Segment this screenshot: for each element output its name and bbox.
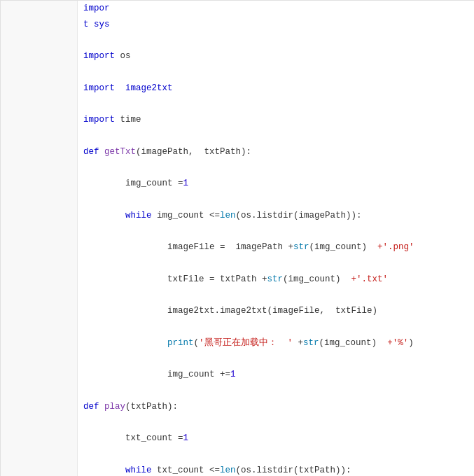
- line-gutter: [1, 224, 78, 240]
- code-line: def getTxt(imagePath, txtPath):: [1, 144, 474, 160]
- code-line: [1, 33, 474, 49]
- line-content: txtFile = txtPath +str(img_count) +'.txt…: [78, 272, 474, 288]
- line-gutter: [1, 80, 78, 97]
- code-line: import os: [1, 48, 474, 64]
- line-content: [78, 97, 474, 113]
- line-gutter: [1, 351, 78, 368]
- line-content: import image2txt: [78, 80, 474, 97]
- line-content: def getTxt(imagePath, txtPath):: [78, 144, 474, 160]
- line-content: [78, 255, 474, 272]
- line-gutter: [1, 430, 78, 447]
- line-gutter: [1, 319, 78, 335]
- line-gutter: [1, 97, 78, 113]
- code-line: [1, 64, 474, 80]
- code-line: imageFile = imagePath +str(img_count) +'…: [1, 239, 474, 255]
- line-gutter: [1, 367, 78, 383]
- line-gutter: [1, 399, 78, 415]
- code-line: while txt_count <=len(os.listdir(txtPath…: [1, 463, 474, 476]
- line-gutter: [1, 288, 78, 304]
- code-line: txt_count =1: [1, 430, 474, 447]
- code-line: [1, 160, 474, 176]
- line-content: t sys: [78, 17, 474, 33]
- line-content: [78, 447, 474, 463]
- line-content: imageFile = imagePath +str(img_count) +'…: [78, 239, 474, 255]
- line-gutter: [1, 144, 78, 160]
- line-content: while txt_count <=len(os.listdir(txtPath…: [78, 463, 474, 476]
- line-content: image2txt.image2txt(imageFile, txtFile): [78, 303, 474, 319]
- line-content: [78, 192, 474, 208]
- line-gutter: [1, 447, 78, 463]
- code-line: [1, 224, 474, 240]
- line-gutter: [1, 64, 78, 80]
- code-line: [1, 383, 474, 399]
- line-content: [78, 33, 474, 49]
- line-content: def play(txtPath):: [78, 399, 474, 415]
- code-line: [1, 192, 474, 208]
- code-line: t sys: [1, 17, 474, 33]
- line-content: print('黑哥正在加载中： ' +str(img_count) +'%'): [78, 335, 474, 351]
- code-line: txtFile = txtPath +str(img_count) +'.txt…: [1, 272, 474, 288]
- line-gutter: [1, 48, 78, 64]
- code-line: image2txt.image2txt(imageFile, txtFile): [1, 303, 474, 319]
- line-content: while img_count <=len(os.listdir(imagePa…: [78, 208, 474, 224]
- code-line: img_count +=1: [1, 367, 474, 383]
- line-gutter: [1, 303, 78, 319]
- line-gutter: [1, 128, 78, 144]
- code-line: [1, 128, 474, 144]
- code-line: [1, 255, 474, 272]
- code-line: [1, 351, 474, 368]
- code-line: img_count =1: [1, 176, 474, 192]
- code-editor: impor t sys import os import image2txt i…: [0, 0, 474, 476]
- code-line: [1, 319, 474, 335]
- line-content: [78, 224, 474, 240]
- code-line: [1, 288, 474, 304]
- code-line: [1, 447, 474, 463]
- code-line: impor: [1, 1, 474, 17]
- code-line: [1, 97, 474, 113]
- line-content: [78, 288, 474, 304]
- line-content: [78, 351, 474, 368]
- line-gutter: [1, 176, 78, 192]
- line-content: img_count =1: [78, 176, 474, 192]
- code-line: import time: [1, 112, 474, 128]
- code-line: import image2txt: [1, 80, 474, 97]
- line-content: [78, 319, 474, 335]
- line-content: [78, 64, 474, 80]
- code-line: [1, 415, 474, 431]
- line-content: [78, 128, 474, 144]
- line-gutter: [1, 415, 78, 431]
- line-gutter: [1, 463, 78, 476]
- line-gutter: [1, 17, 78, 33]
- line-gutter: [1, 383, 78, 399]
- line-gutter: [1, 33, 78, 49]
- line-content: [78, 383, 474, 399]
- line-content: [78, 415, 474, 431]
- line-gutter: [1, 335, 78, 351]
- line-gutter: [1, 1, 78, 17]
- line-content: img_count +=1: [78, 367, 474, 383]
- line-gutter: [1, 239, 78, 255]
- code-line: print('黑哥正在加载中： ' +str(img_count) +'%'): [1, 335, 474, 351]
- line-content: import time: [78, 112, 474, 128]
- line-content: txt_count =1: [78, 430, 474, 447]
- line-content: import os: [78, 48, 474, 64]
- code-line: while img_count <=len(os.listdir(imagePa…: [1, 208, 474, 224]
- line-gutter: [1, 192, 78, 208]
- line-gutter: [1, 160, 78, 176]
- line-content: [78, 160, 474, 176]
- code-line: def play(txtPath):: [1, 399, 474, 415]
- line-gutter: [1, 208, 78, 224]
- line-gutter: [1, 272, 78, 288]
- line-content: impor: [78, 1, 474, 17]
- line-gutter: [1, 112, 78, 128]
- line-gutter: [1, 255, 78, 272]
